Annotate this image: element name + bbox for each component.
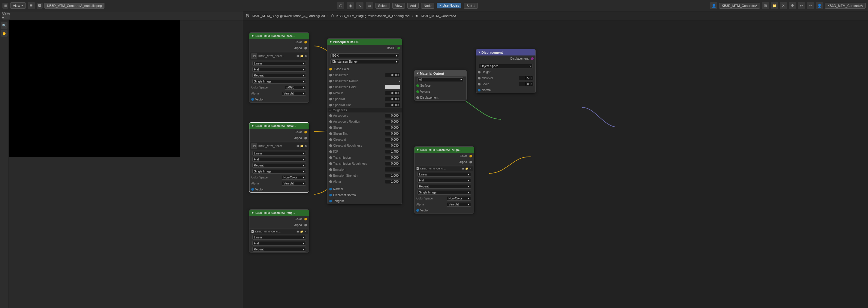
roughness-copy-icon[interactable]: ⊞ — [297, 230, 299, 233]
view-menu[interactable]: View ▾ — [10, 2, 26, 9]
matout-collapse[interactable]: ▾ — [417, 71, 419, 75]
metallic-projection-select[interactable]: Flat▾ — [252, 157, 306, 162]
undo-icon[interactable]: ↩ — [798, 2, 805, 9]
node-metallic-collapse[interactable]: ▾ — [252, 124, 254, 128]
roughness-close-icon[interactable]: ✕ — [305, 230, 307, 233]
emissionstrength-socket[interactable] — [329, 174, 332, 177]
metallic-inp-value[interactable]: 0.000 — [385, 91, 400, 95]
principled-subsurface-select[interactable]: Christensen-Burley▾ — [331, 59, 399, 64]
disp-output-socket[interactable] — [531, 57, 534, 60]
hamburger-menu[interactable]: ☰ — [28, 2, 35, 9]
basecolor-vector-socket[interactable] — [251, 98, 254, 101]
disp-midlevel-socket[interactable] — [478, 77, 480, 79]
principled-basecolor-socket[interactable] — [329, 68, 332, 70]
height-alpha-socket[interactable] — [469, 161, 472, 164]
speculartint-value[interactable]: 0.000 — [385, 103, 400, 107]
sheen-value[interactable]: 0.000 — [385, 125, 400, 130]
browse-material-icon[interactable]: 📁 — [771, 2, 778, 9]
clearcoatroughness-socket[interactable] — [329, 144, 332, 147]
principled-speculartint-socket[interactable] — [329, 104, 332, 106]
cursor-icon[interactable]: ↖ — [356, 2, 364, 9]
disp-scale-socket[interactable] — [478, 83, 480, 85]
tangent-socket[interactable] — [329, 200, 332, 202]
roughness-interpolation-select[interactable]: Linear▾ — [252, 235, 306, 240]
add-menu[interactable]: Add — [407, 3, 419, 9]
roughness-projection-select[interactable]: Flat▾ — [252, 241, 306, 246]
basecolor-close-icon[interactable]: ✕ — [305, 55, 307, 58]
metallic-extension-select[interactable]: Repeat▾ — [252, 163, 306, 168]
specular-value[interactable]: 0.500 — [385, 97, 400, 101]
active-file-tab[interactable]: KB3D_MTM_ConcreteA_metallic.png — [44, 3, 105, 9]
matout-surface-socket[interactable] — [416, 84, 419, 87]
metallic-vector-socket[interactable] — [251, 188, 254, 191]
height-copy-icon[interactable]: ⊞ — [462, 167, 464, 170]
disp-height-socket[interactable] — [478, 71, 480, 73]
zoom-icon[interactable]: 🔍 — [1, 22, 7, 29]
height-close-icon[interactable]: ✕ — [470, 167, 472, 170]
view-menu2[interactable]: View — [392, 3, 405, 9]
emissionstrength-value[interactable]: 1.000 — [385, 173, 400, 178]
anisotropic-value[interactable]: 0.000 — [385, 113, 400, 118]
matout-volume-socket[interactable] — [416, 90, 419, 93]
clearcoatnormal-socket[interactable] — [329, 194, 332, 197]
redo-icon[interactable]: ↪ — [807, 2, 814, 9]
basecolor-colorspace-select[interactable]: sRGB▾ — [285, 85, 306, 90]
basecolor-extension-select[interactable]: Repeat▾ — [252, 73, 306, 78]
use-nodes-button[interactable]: ✓ Use Nodes — [437, 3, 461, 8]
height-color-socket[interactable] — [469, 155, 472, 158]
transroughness-socket[interactable] — [329, 162, 332, 165]
select-box-icon[interactable]: ▭ — [366, 2, 373, 9]
viewport-view-menu[interactable]: View ▾ — [2, 12, 10, 20]
disp-space-select[interactable]: Object Space▾ — [479, 64, 532, 68]
basecolor-source-select[interactable]: Single Image▾ — [252, 79, 306, 84]
color-output-socket[interactable] — [304, 41, 307, 43]
metallic-close-icon[interactable]: ✕ — [305, 144, 307, 147]
alpha-inp-value[interactable]: 1.000 — [385, 179, 400, 184]
height-vector-socket[interactable] — [416, 209, 419, 212]
emission-swatch[interactable] — [385, 167, 400, 172]
normal-socket[interactable] — [329, 188, 332, 191]
principled-distribution-select[interactable]: GGX▾ — [331, 54, 399, 58]
principled-specular-socket[interactable] — [329, 98, 332, 100]
basecolor-folder-icon[interactable]: 📁 — [300, 55, 304, 58]
roughness-extension-select[interactable]: Repeat▾ — [252, 247, 306, 252]
ior-socket[interactable] — [329, 150, 332, 153]
principled-subsurface-socket[interactable] — [329, 74, 332, 76]
disp-midlevel-value[interactable]: 0.500 — [519, 76, 534, 80]
breadcrumb-2[interactable]: KB3D_MTM_BldgLgPowerStation_A_LandingPad — [337, 14, 410, 18]
sphere-icon[interactable]: ◉ — [347, 2, 354, 9]
principled-collapse[interactable]: ▾ — [330, 40, 332, 44]
principled-metallic-socket[interactable] — [329, 92, 332, 95]
transmission-value[interactable]: 0.000 — [385, 156, 400, 160]
height-alpha-select[interactable]: Straight▾ — [447, 202, 471, 207]
principled-subradius-socket[interactable] — [329, 80, 332, 82]
subsurface-value[interactable]: 0.000 — [385, 73, 400, 77]
sheen-socket[interactable] — [329, 126, 332, 129]
clearcoat-socket[interactable] — [329, 138, 332, 141]
material-name[interactable]: KB3D_MTM_ConcreteA — [719, 3, 760, 9]
basecolor-interpolation-select[interactable]: Linear▾ — [252, 61, 306, 66]
emission-socket[interactable] — [329, 168, 332, 171]
metallic-color-socket[interactable] — [304, 131, 307, 133]
height-folder-icon[interactable]: 📁 — [465, 167, 468, 170]
clearcoat-value[interactable]: 0.000 — [385, 137, 400, 142]
subcolor-swatch[interactable] — [385, 85, 400, 89]
height-extension-select[interactable]: Repeat▾ — [417, 184, 471, 189]
alpha-output-socket[interactable] — [304, 47, 307, 49]
basecolor-alpha-select[interactable]: Straight▾ — [282, 91, 306, 96]
roughness-folder-icon[interactable]: 📁 — [300, 230, 304, 233]
height-collapse[interactable]: ▾ — [417, 148, 419, 152]
node-menu[interactable]: Node — [421, 3, 434, 9]
principled-subcolor-socket[interactable] — [329, 86, 332, 89]
transmission-socket[interactable] — [329, 156, 332, 159]
basecolor-projection-select[interactable]: Flat▾ — [252, 67, 306, 72]
metallic-alpha-select[interactable]: Straight▾ — [282, 181, 306, 185]
bsdf-output-socket[interactable] — [397, 47, 400, 49]
node-basecolor-collapse[interactable]: ▾ — [252, 34, 254, 38]
anisorot-socket[interactable] — [329, 120, 332, 123]
node-editor-icon[interactable]: ⬡ — [337, 2, 344, 9]
node-roughness-collapse[interactable]: ▾ — [252, 211, 254, 215]
metallic-source-select[interactable]: Single Image▾ — [252, 169, 306, 174]
slot-select[interactable]: Slot 1 — [464, 3, 477, 9]
metallic-folder-icon[interactable]: 📁 — [300, 144, 304, 147]
